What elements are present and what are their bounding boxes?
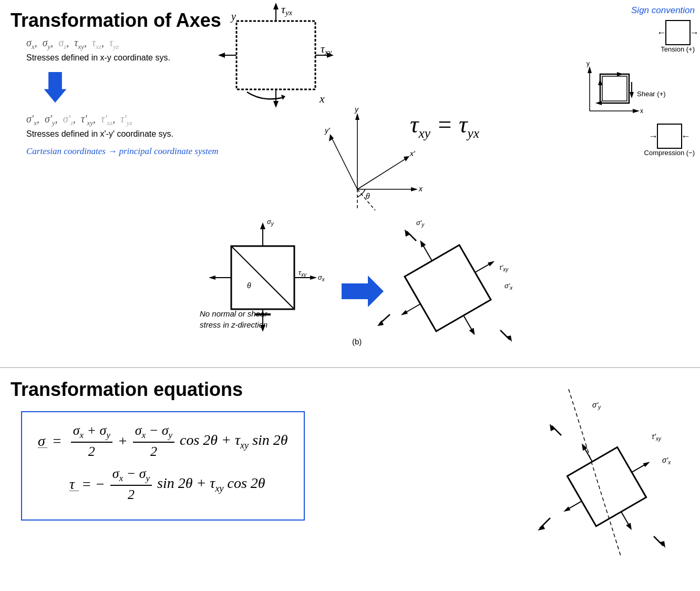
svg-line-38 (331, 137, 357, 189)
bottom-section: Transformation equations σ— = σx + σy 2 … (0, 368, 700, 589)
tension-label: Tension (+) (661, 45, 695, 53)
svg-marker-71 (469, 328, 477, 336)
stress-block-a: θ σy τxy σx (205, 215, 331, 351)
equation-1: σ— = σx + σy 2 + σx − σy 2 cos 2θ + τxy … (38, 423, 288, 460)
svg-text:y': y' (324, 126, 331, 135)
fraction-diff2: σx − σy 2 (110, 466, 152, 503)
coordinate-system-mid: y x y' x' θ (310, 105, 426, 210)
equation-2: τ— = − σx − σy 2 sin 2θ + τxy cos 2θ (69, 466, 288, 503)
svg-marker-28 (617, 72, 623, 76)
fraction-sum-num: σx + σy (71, 423, 112, 443)
shear-sign-svg: y x (579, 58, 684, 121)
fraction-sum-den: 2 (86, 443, 97, 460)
svg-marker-36 (411, 187, 418, 191)
tau-bar: τ— (69, 476, 75, 493)
svg-text:Shear (+): Shear (+) (637, 90, 666, 98)
eq2-sin: sin 2θ + τxy cos 2θ (157, 475, 265, 494)
svg-rect-1 (236, 21, 315, 89)
svg-text:x: x (640, 107, 643, 115)
svg-marker-0 (44, 72, 67, 103)
svg-text:x: x (418, 185, 423, 193)
svg-marker-19 (633, 109, 640, 113)
tau-xz: τxz (92, 37, 101, 48)
blue-down-arrow-icon (42, 72, 68, 104)
svg-line-48 (231, 246, 294, 309)
svg-text:τxy: τxy (298, 269, 307, 278)
fraction-sum: σx + σy 2 (71, 423, 112, 460)
sigma-x: σx (26, 37, 35, 48)
svg-marker-42 (404, 156, 409, 161)
eq1-equals: = (48, 433, 66, 450)
b-label: (b) (352, 337, 362, 346)
svg-rect-22 (602, 76, 627, 101)
stress-block-a-svg: θ σy τxy σx (205, 215, 331, 351)
comp-left-arrow-icon: → (648, 131, 658, 142)
svg-text:y: y (230, 11, 236, 23)
svg-text:θ: θ (366, 192, 370, 200)
svg-text:τ'xy: τ'xy (499, 263, 509, 272)
top-section: Transformation of Axes σx, σy, σz, τxy, … (0, 0, 700, 368)
tau-xz-prime: τ'xz (101, 113, 112, 125)
svg-marker-67 (488, 259, 496, 266)
svg-text:σy: σy (267, 218, 274, 227)
sigma-z-prime: σ'z (63, 113, 73, 125)
svg-marker-9 (218, 53, 225, 58)
sigma-y-prime: σ'y (45, 113, 55, 125)
svg-marker-30 (595, 101, 602, 105)
tension-box-wrapper: ← → Tension (+) (661, 20, 695, 53)
sigma-y: σy (43, 37, 51, 48)
svg-marker-26 (598, 79, 602, 85)
rotated-block-bottom: σ'y τ'xy σ'x (516, 389, 684, 557)
svg-text:σ'x: σ'x (505, 282, 513, 291)
stress-block-b: σ'y τ'xy σ'x (374, 209, 521, 356)
svg-text:τ'xy: τ'xy (652, 432, 662, 442)
eq2-equals: = − (78, 476, 105, 493)
equation-box: σ— = σx + σy 2 + σx − σy 2 cos 2θ + τxy … (21, 411, 305, 521)
tension-left-arrow-icon: ← (657, 27, 666, 38)
tau-xy: τxy (74, 37, 84, 48)
svg-marker-51 (260, 222, 265, 229)
svg-marker-69 (400, 310, 408, 317)
svg-marker-5 (273, 101, 279, 108)
svg-text:σ'y: σ'y (416, 219, 425, 228)
tau-yz-prime: τ'yz (120, 113, 132, 125)
tau-yz: τyz (109, 37, 119, 48)
svg-text:y: y (354, 105, 359, 114)
sigma-z: σz (58, 37, 66, 48)
svg-rect-82 (567, 447, 646, 526)
svg-marker-57 (310, 276, 317, 280)
fraction-diff2-den: 2 (126, 486, 137, 503)
svg-text:σ'x: σ'x (662, 456, 671, 465)
fraction-diff2-num: σx − σy (110, 466, 152, 486)
svg-text:τxy: τxy (321, 42, 332, 56)
svg-marker-24 (630, 92, 634, 98)
fraction-diff: σx − σy 2 (133, 423, 174, 460)
svg-marker-97 (660, 541, 665, 548)
svg-text:x': x' (409, 149, 416, 158)
comp-right-arrow-icon: ← (681, 131, 691, 142)
svg-text:x: x (319, 92, 325, 105)
eq1-plus: + (118, 433, 128, 450)
eq1-cos: cos 2θ + τxy sin 2θ (180, 432, 288, 451)
svg-line-96 (654, 536, 663, 546)
svg-text:θ: θ (247, 281, 251, 290)
handdrawn-stress-block: τyx τxy y x (200, 0, 368, 116)
svg-marker-86 (643, 460, 651, 467)
svg-marker-3 (273, 3, 279, 9)
sign-convention-panel: Sign convention ← → Tension (+) y x (569, 5, 695, 162)
fraction-diff-num: σx − σy (133, 423, 174, 443)
rotated-block-bottom-svg: σ'y τ'xy σ'x (516, 389, 684, 557)
tension-right-arrow-icon: → (689, 27, 699, 38)
tension-box: ← → (665, 20, 691, 45)
stress-block-svg: τyx τxy y x (200, 0, 368, 116)
tau-xy-prime: τ'xy (81, 113, 93, 125)
tension-row: ← → Tension (+) (569, 20, 695, 53)
compression-box: → ← (657, 124, 682, 149)
svg-marker-65 (418, 239, 426, 248)
svg-line-41 (357, 158, 407, 189)
svg-text:y: y (586, 60, 590, 67)
svg-text:τyx: τyx (281, 3, 293, 17)
svg-marker-33 (355, 113, 359, 120)
sigma-bar: σ— (38, 433, 45, 450)
sigma-x-prime: σ'x (26, 113, 37, 125)
